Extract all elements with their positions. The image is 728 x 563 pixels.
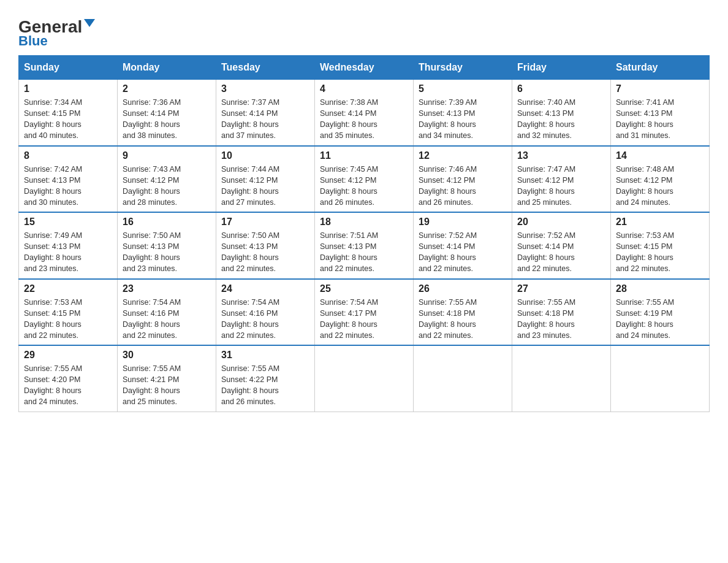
- calendar-day-cell: [512, 345, 611, 412]
- calendar-day-cell: 2Sunrise: 7:36 AMSunset: 4:14 PMDaylight…: [118, 80, 216, 146]
- day-info: Sunrise: 7:54 AMSunset: 4:16 PMDaylight:…: [123, 297, 211, 342]
- day-number: 25: [320, 283, 408, 294]
- calendar-day-cell: 18Sunrise: 7:51 AMSunset: 4:13 PMDayligh…: [315, 212, 414, 279]
- day-info: Sunrise: 7:52 AMSunset: 4:14 PMDaylight:…: [517, 230, 605, 275]
- day-info: Sunrise: 7:53 AMSunset: 4:15 PMDaylight:…: [24, 297, 112, 342]
- day-info: Sunrise: 7:43 AMSunset: 4:12 PMDaylight:…: [123, 164, 211, 209]
- day-number: 15: [24, 216, 112, 228]
- day-info: Sunrise: 7:40 AMSunset: 4:13 PMDaylight:…: [517, 97, 605, 142]
- calendar-day-cell: 21Sunrise: 7:53 AMSunset: 4:15 PMDayligh…: [611, 212, 710, 279]
- calendar-day-cell: 22Sunrise: 7:53 AMSunset: 4:15 PMDayligh…: [19, 279, 118, 346]
- day-info: Sunrise: 7:55 AMSunset: 4:18 PMDaylight:…: [419, 297, 507, 342]
- day-info: Sunrise: 7:55 AMSunset: 4:18 PMDaylight:…: [517, 297, 605, 342]
- day-info: Sunrise: 7:51 AMSunset: 4:13 PMDaylight:…: [320, 230, 408, 275]
- day-info: Sunrise: 7:37 AMSunset: 4:14 PMDaylight:…: [221, 97, 309, 142]
- calendar-day-cell: 29Sunrise: 7:55 AMSunset: 4:20 PMDayligh…: [19, 345, 118, 412]
- day-info: Sunrise: 7:44 AMSunset: 4:12 PMDaylight:…: [221, 164, 309, 209]
- day-info: Sunrise: 7:53 AMSunset: 4:15 PMDaylight:…: [616, 230, 704, 275]
- weekday-header-saturday: Saturday: [611, 56, 710, 80]
- calendar-week-row: 8Sunrise: 7:42 AMSunset: 4:13 PMDaylight…: [19, 146, 710, 213]
- day-number: 13: [517, 150, 605, 161]
- day-info: Sunrise: 7:34 AMSunset: 4:15 PMDaylight:…: [24, 97, 112, 142]
- day-number: 19: [419, 216, 507, 228]
- weekday-header-tuesday: Tuesday: [216, 56, 315, 80]
- calendar-day-cell: 15Sunrise: 7:49 AMSunset: 4:13 PMDayligh…: [19, 212, 118, 279]
- day-number: 6: [517, 83, 605, 94]
- day-number: 28: [616, 283, 704, 294]
- day-number: 23: [123, 283, 211, 294]
- day-number: 8: [24, 150, 112, 161]
- day-number: 3: [221, 83, 309, 94]
- weekday-header-wednesday: Wednesday: [315, 56, 414, 80]
- day-info: Sunrise: 7:41 AMSunset: 4:13 PMDaylight:…: [616, 97, 704, 142]
- day-info: Sunrise: 7:54 AMSunset: 4:17 PMDaylight:…: [320, 297, 408, 342]
- calendar-day-cell: [611, 345, 710, 412]
- calendar-day-cell: 13Sunrise: 7:47 AMSunset: 4:12 PMDayligh…: [512, 146, 611, 213]
- day-number: 12: [419, 150, 507, 161]
- day-number: 30: [123, 350, 211, 361]
- day-number: 14: [616, 150, 704, 161]
- day-number: 7: [616, 83, 704, 94]
- calendar-day-cell: 17Sunrise: 7:50 AMSunset: 4:13 PMDayligh…: [216, 212, 315, 279]
- calendar-week-row: 15Sunrise: 7:49 AMSunset: 4:13 PMDayligh…: [19, 212, 710, 279]
- calendar-day-cell: [315, 345, 414, 412]
- calendar-day-cell: 7Sunrise: 7:41 AMSunset: 4:13 PMDaylight…: [611, 80, 710, 146]
- weekday-header-row: SundayMondayTuesdayWednesdayThursdayFrid…: [19, 56, 710, 80]
- calendar-day-cell: 31Sunrise: 7:55 AMSunset: 4:22 PMDayligh…: [216, 345, 315, 412]
- calendar-day-cell: 25Sunrise: 7:54 AMSunset: 4:17 PMDayligh…: [315, 279, 414, 346]
- day-info: Sunrise: 7:55 AMSunset: 4:20 PMDaylight:…: [24, 363, 112, 408]
- day-info: Sunrise: 7:48 AMSunset: 4:12 PMDaylight:…: [616, 164, 704, 209]
- calendar-week-row: 22Sunrise: 7:53 AMSunset: 4:15 PMDayligh…: [19, 279, 710, 346]
- logo-blue-text: Blue: [18, 33, 48, 49]
- day-number: 24: [221, 283, 309, 294]
- day-number: 22: [24, 283, 112, 294]
- calendar-week-row: 1Sunrise: 7:34 AMSunset: 4:15 PMDaylight…: [19, 80, 710, 146]
- day-number: 27: [517, 283, 605, 294]
- day-info: Sunrise: 7:42 AMSunset: 4:13 PMDaylight:…: [24, 164, 112, 209]
- day-number: 1: [24, 83, 112, 94]
- calendar-day-cell: [414, 345, 512, 412]
- day-number: 20: [517, 216, 605, 228]
- day-number: 16: [123, 216, 211, 228]
- calendar-day-cell: 23Sunrise: 7:54 AMSunset: 4:16 PMDayligh…: [118, 279, 216, 346]
- calendar-day-cell: 3Sunrise: 7:37 AMSunset: 4:14 PMDaylight…: [216, 80, 315, 146]
- day-number: 21: [616, 216, 704, 228]
- day-info: Sunrise: 7:38 AMSunset: 4:14 PMDaylight:…: [320, 97, 408, 142]
- calendar-day-cell: 10Sunrise: 7:44 AMSunset: 4:12 PMDayligh…: [216, 146, 315, 213]
- day-info: Sunrise: 7:55 AMSunset: 4:21 PMDaylight:…: [123, 363, 211, 408]
- day-info: Sunrise: 7:46 AMSunset: 4:12 PMDaylight:…: [419, 164, 507, 209]
- day-info: Sunrise: 7:45 AMSunset: 4:12 PMDaylight:…: [320, 164, 408, 209]
- calendar-day-cell: 1Sunrise: 7:34 AMSunset: 4:15 PMDaylight…: [19, 80, 118, 146]
- calendar-day-cell: 11Sunrise: 7:45 AMSunset: 4:12 PMDayligh…: [315, 146, 414, 213]
- weekday-header-monday: Monday: [118, 56, 216, 80]
- day-number: 26: [419, 283, 507, 294]
- calendar-day-cell: 19Sunrise: 7:52 AMSunset: 4:14 PMDayligh…: [414, 212, 512, 279]
- calendar-day-cell: 16Sunrise: 7:50 AMSunset: 4:13 PMDayligh…: [118, 212, 216, 279]
- day-info: Sunrise: 7:39 AMSunset: 4:13 PMDaylight:…: [419, 97, 507, 142]
- day-number: 4: [320, 83, 408, 94]
- calendar-day-cell: 24Sunrise: 7:54 AMSunset: 4:16 PMDayligh…: [216, 279, 315, 346]
- day-number: 31: [221, 350, 309, 361]
- day-number: 11: [320, 150, 408, 161]
- calendar-day-cell: 6Sunrise: 7:40 AMSunset: 4:13 PMDaylight…: [512, 80, 611, 146]
- calendar-day-cell: 12Sunrise: 7:46 AMSunset: 4:12 PMDayligh…: [414, 146, 512, 213]
- calendar-day-cell: 26Sunrise: 7:55 AMSunset: 4:18 PMDayligh…: [414, 279, 512, 346]
- day-info: Sunrise: 7:54 AMSunset: 4:16 PMDaylight:…: [221, 297, 309, 342]
- day-info: Sunrise: 7:50 AMSunset: 4:13 PMDaylight:…: [123, 230, 211, 275]
- calendar-week-row: 29Sunrise: 7:55 AMSunset: 4:20 PMDayligh…: [19, 345, 710, 412]
- day-number: 5: [419, 83, 507, 94]
- calendar-day-cell: 20Sunrise: 7:52 AMSunset: 4:14 PMDayligh…: [512, 212, 611, 279]
- logo: General Blue: [18, 18, 95, 49]
- calendar-day-cell: 14Sunrise: 7:48 AMSunset: 4:12 PMDayligh…: [611, 146, 710, 213]
- day-info: Sunrise: 7:36 AMSunset: 4:14 PMDaylight:…: [123, 97, 211, 142]
- logo-triangle-icon: [84, 19, 95, 27]
- day-info: Sunrise: 7:55 AMSunset: 4:19 PMDaylight:…: [616, 297, 704, 342]
- calendar-day-cell: 30Sunrise: 7:55 AMSunset: 4:21 PMDayligh…: [118, 345, 216, 412]
- calendar-day-cell: 9Sunrise: 7:43 AMSunset: 4:12 PMDaylight…: [118, 146, 216, 213]
- calendar-day-cell: 27Sunrise: 7:55 AMSunset: 4:18 PMDayligh…: [512, 279, 611, 346]
- day-number: 10: [221, 150, 309, 161]
- weekday-header-friday: Friday: [512, 56, 611, 80]
- day-info: Sunrise: 7:47 AMSunset: 4:12 PMDaylight:…: [517, 164, 605, 209]
- day-number: 9: [123, 150, 211, 161]
- calendar-table: SundayMondayTuesdayWednesdayThursdayFrid…: [18, 55, 710, 412]
